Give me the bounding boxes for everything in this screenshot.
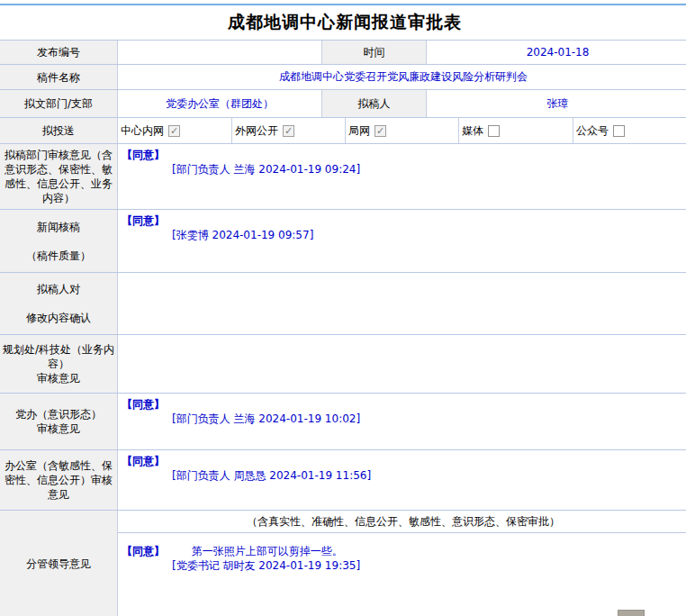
draft-dept-review-content: 【同意】 [部门负责人 兰海 2024-01-19 09:24]	[118, 144, 686, 209]
drafter-confirm-label: 拟稿人对 修改内容确认	[0, 273, 118, 334]
row-draft-dept-review: 拟稿部门审核意见（含意识形态、保密性、敏感性、信息公开、业务内容） 【同意】 […	[0, 144, 686, 210]
media-checkbox[interactable]	[488, 125, 500, 137]
approval-text: 【同意】	[122, 545, 165, 557]
bureau-net-checkbox[interactable]: ✓	[375, 125, 386, 137]
option-public-account: 公众号	[573, 118, 686, 143]
approval-signature: [党委书记 胡时友 2024-01-19 19:35]	[172, 558, 686, 573]
row-release-number: 发布编号 时间 2024-01-18	[0, 41, 686, 65]
manuscript-name-value: 成都地调中心党委召开党风廉政建设风险分析研判会	[118, 65, 686, 89]
partial-button[interactable]	[618, 610, 645, 616]
release-number-value	[118, 41, 322, 64]
option-public-account-label: 公众号	[576, 123, 609, 139]
approval-signature: [部门负责人 周恳恳 2024-01-19 11:56]	[172, 468, 686, 483]
time-label: 时间	[322, 41, 427, 64]
option-media: 媒体	[459, 118, 573, 143]
leader-comment-text: 第一张照片上部可以剪掉一些。	[192, 545, 343, 557]
general-office-review-content: 【同意】 [部门负责人 周恳恳 2024-01-19 11:56]	[118, 450, 686, 510]
drafting-dept-value: 党委办公室（群团处）	[118, 90, 322, 117]
option-bureau-net-label: 局网	[348, 123, 370, 139]
row-drafter-confirm: 拟稿人对 修改内容确认	[0, 273, 686, 335]
news-proofread-content: 【同意】 [张雯博 2024-01-19 09:57]	[118, 210, 686, 272]
party-office-review-content: 【同意】 [部门负责人 兰海 2024-01-19 10:02]	[118, 394, 686, 449]
row-drafting-dept: 拟文部门/支部 党委办公室（群团处） 拟稿人 张璋	[0, 90, 686, 118]
approval-text: 【同意】	[122, 454, 686, 468]
approval-text: 【同意】	[122, 397, 686, 412]
approval-signature: [部门负责人 兰海 2024-01-19 10:02]	[172, 412, 686, 426]
row-leader-opinion: 分管领导意见 （含真实性、准确性、信息公开、敏感性、意识形态、保密审批） 【同意…	[0, 511, 686, 616]
external-web-checkbox[interactable]: ✓	[283, 125, 294, 137]
public-account-checkbox[interactable]	[613, 125, 625, 137]
leader-opinion-content: （含真实性、准确性、信息公开、敏感性、意识形态、保密审批） 【同意】 第一张照片…	[118, 511, 686, 616]
draft-dept-review-label: 拟稿部门审核意见（含意识形态、保密性、敏感性、信息公开、业务内容）	[0, 144, 118, 209]
approval-form-table: 成都地调中心新闻报道审批表 发布编号 时间 2024-01-18 稿件名称 成都…	[0, 5, 686, 616]
planning-dept-review-content	[118, 335, 686, 393]
row-planning-dept-review: 规划处/科技处（业务内容） 审核意见	[0, 335, 686, 394]
drafter-confirm-content	[118, 273, 686, 334]
approval-signature: [部门负责人 兰海 2024-01-19 09:24]	[172, 162, 686, 177]
manuscript-name-label: 稿件名称	[0, 65, 118, 89]
row-news-proofread: 新闻核稿 （稿件质量） 【同意】 [张雯博 2024-01-19 09:57]	[0, 210, 686, 273]
row-general-office-review: 办公室（含敏感性、保密性、信息公开）审核意见 【同意】 [部门负责人 周恳恳 2…	[0, 450, 686, 511]
option-external-web-label: 外网公开	[235, 123, 278, 139]
option-center-intranet-label: 中心内网	[121, 123, 164, 139]
page-title: 成都地调中心新闻报道审批表	[0, 5, 686, 41]
leader-opinion-label: 分管领导意见	[0, 511, 118, 616]
approval-text: 【同意】	[122, 148, 686, 162]
option-center-intranet: 中心内网 ✓	[118, 118, 232, 143]
center-intranet-checkbox[interactable]: ✓	[168, 125, 180, 137]
leader-comment-block: 【同意】 第一张照片上部可以剪掉一些。 [党委书记 胡时友 2024-01-19…	[118, 533, 686, 573]
row-manuscript-name: 稿件名称 成都地调中心党委召开党风廉政建设风险分析研判会	[0, 65, 686, 90]
drafting-dept-label: 拟文部门/支部	[0, 90, 118, 117]
approval-signature: [张雯博 2024-01-19 09:57]	[172, 228, 686, 242]
time-value: 2024-01-18	[427, 41, 686, 64]
news-proofread-label: 新闻核稿 （稿件质量）	[0, 210, 118, 272]
submit-targets-label: 拟投送	[0, 118, 118, 143]
option-external-web: 外网公开 ✓	[232, 118, 346, 143]
row-submit-targets: 拟投送 中心内网 ✓ 外网公开 ✓ 局网 ✓ 媒体 公众号	[0, 118, 686, 144]
drafter-label: 拟稿人	[322, 90, 427, 117]
leader-approval-line: 【同意】 第一张照片上部可以剪掉一些。	[122, 544, 686, 558]
row-party-office-review: 党办（意识形态） 审核意见 【同意】 [部门负责人 兰海 2024-01-19 …	[0, 394, 686, 450]
drafter-value: 张璋	[427, 90, 686, 117]
option-bureau-net: 局网 ✓	[346, 118, 459, 143]
planning-dept-review-label: 规划处/科技处（业务内容） 审核意见	[0, 335, 118, 393]
party-office-review-label: 党办（意识形态） 审核意见	[0, 394, 118, 449]
release-number-label: 发布编号	[0, 41, 118, 64]
general-office-review-label: 办公室（含敏感性、保密性、信息公开）审核意见	[0, 450, 118, 510]
approval-text: 【同意】	[122, 213, 686, 228]
option-media-label: 媒体	[462, 123, 483, 139]
leader-opinion-note: （含真实性、准确性、信息公开、敏感性、意识形态、保密审批）	[118, 511, 686, 533]
